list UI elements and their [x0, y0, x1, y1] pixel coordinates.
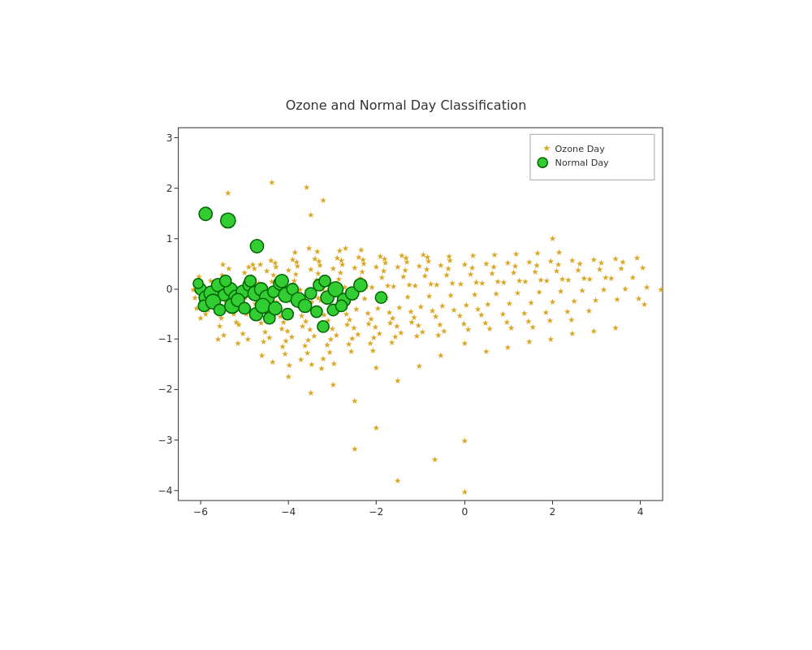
svg-text:★: ★: [285, 266, 292, 275]
svg-text:★: ★: [620, 258, 627, 266]
svg-text:★: ★: [337, 268, 344, 277]
svg-text:★: ★: [234, 339, 241, 348]
svg-point-420: [317, 321, 329, 332]
svg-text:★: ★: [482, 259, 490, 268]
svg-text:−4: −4: [281, 506, 296, 518]
svg-text:−6: −6: [193, 506, 208, 518]
svg-text:★: ★: [657, 285, 664, 294]
svg-text:★: ★: [613, 295, 620, 304]
svg-text:★: ★: [313, 247, 321, 256]
svg-text:★: ★: [307, 265, 314, 274]
svg-text:4: 4: [637, 506, 644, 518]
svg-text:★: ★: [447, 291, 454, 300]
svg-text:★: ★: [416, 362, 423, 370]
svg-text:★: ★: [394, 262, 401, 271]
svg-text:★: ★: [197, 314, 205, 323]
svg-text:★: ★: [398, 251, 405, 260]
svg-text:★: ★: [214, 335, 222, 344]
svg-text:★: ★: [390, 282, 397, 291]
svg-text:★: ★: [622, 284, 629, 293]
svg-point-383: [214, 304, 225, 315]
svg-text:★: ★: [464, 325, 472, 334]
svg-text:★: ★: [292, 270, 300, 279]
svg-text:★: ★: [639, 263, 646, 272]
svg-text:★: ★: [633, 254, 641, 262]
svg-text:★: ★: [564, 275, 572, 284]
svg-text:★: ★: [549, 234, 556, 243]
svg-text:★: ★: [533, 261, 541, 270]
svg-text:★: ★: [514, 288, 521, 297]
svg-text:★: ★: [425, 292, 433, 301]
svg-text:★: ★: [629, 273, 637, 282]
svg-text:★: ★: [352, 305, 360, 314]
svg-text:★: ★: [592, 296, 599, 305]
svg-text:★: ★: [471, 290, 478, 299]
svg-text:★: ★: [463, 301, 470, 310]
svg-text:★: ★: [374, 304, 382, 313]
svg-text:★: ★: [461, 436, 469, 445]
svg-text:★: ★: [555, 260, 562, 269]
svg-point-376: [193, 279, 203, 288]
svg-point-405: [282, 308, 293, 319]
svg-text:1: 1: [166, 233, 173, 245]
svg-text:★: ★: [326, 348, 334, 357]
svg-text:★: ★: [357, 245, 365, 254]
svg-text:★: ★: [508, 323, 515, 332]
svg-text:★: ★: [404, 292, 411, 301]
svg-text:★: ★: [461, 339, 469, 348]
svg-point-397: [255, 298, 270, 313]
svg-text:★: ★: [542, 143, 551, 154]
svg-text:★: ★: [342, 244, 349, 253]
svg-text:−2: −2: [158, 384, 172, 395]
svg-text:★: ★: [512, 249, 520, 258]
svg-text:2: 2: [166, 183, 173, 194]
svg-text:★: ★: [330, 380, 337, 389]
svg-text:★: ★: [416, 262, 423, 271]
svg-text:★: ★: [369, 346, 377, 355]
svg-point-419: [250, 240, 263, 253]
svg-text:★: ★: [330, 264, 337, 273]
svg-text:★: ★: [504, 343, 512, 352]
svg-text:★: ★: [504, 258, 512, 267]
x-axis-ticks: −6 −4 −2 0 2 4: [193, 500, 644, 518]
svg-text:★: ★: [292, 248, 299, 257]
svg-text:★: ★: [437, 261, 444, 270]
svg-text:★: ★: [598, 258, 605, 267]
svg-text:★: ★: [527, 298, 534, 307]
svg-text:★: ★: [420, 250, 427, 259]
svg-text:★: ★: [490, 262, 498, 271]
svg-point-409: [298, 299, 311, 312]
svg-point-403: [275, 275, 288, 288]
svg-text:★: ★: [401, 266, 408, 275]
svg-text:★: ★: [373, 262, 380, 271]
svg-text:★: ★: [433, 280, 440, 289]
svg-text:★: ★: [461, 488, 469, 496]
svg-text:★: ★: [394, 476, 401, 485]
svg-text:★: ★: [525, 337, 533, 346]
svg-text:★: ★: [600, 285, 607, 294]
legend-normal-label: Normal Day: [555, 158, 610, 168]
svg-text:★: ★: [444, 264, 451, 273]
svg-text:★: ★: [555, 248, 563, 257]
y-axis-ticks: 3 2 1 0 −1 −2 −3 −4: [158, 132, 178, 496]
svg-point-393: [244, 275, 256, 287]
svg-text:★: ★: [304, 349, 311, 358]
svg-point-391: [239, 302, 250, 314]
svg-text:★: ★: [286, 361, 293, 370]
svg-point-407: [199, 207, 212, 220]
svg-text:★: ★: [568, 256, 576, 265]
svg-point-385: [220, 275, 231, 287]
svg-text:★: ★: [529, 323, 536, 332]
svg-text:★: ★: [224, 188, 231, 197]
svg-text:−2: −2: [369, 506, 383, 518]
svg-text:★: ★: [373, 423, 380, 432]
svg-text:★: ★: [611, 254, 619, 263]
svg-text:★: ★: [500, 278, 508, 287]
svg-text:★: ★: [446, 256, 453, 265]
svg-text:★: ★: [482, 347, 490, 356]
svg-text:★: ★: [431, 455, 438, 464]
svg-text:★: ★: [257, 260, 264, 269]
svg-text:★: ★: [543, 276, 551, 285]
svg-text:★: ★: [358, 267, 365, 276]
svg-text:★: ★: [268, 178, 275, 187]
